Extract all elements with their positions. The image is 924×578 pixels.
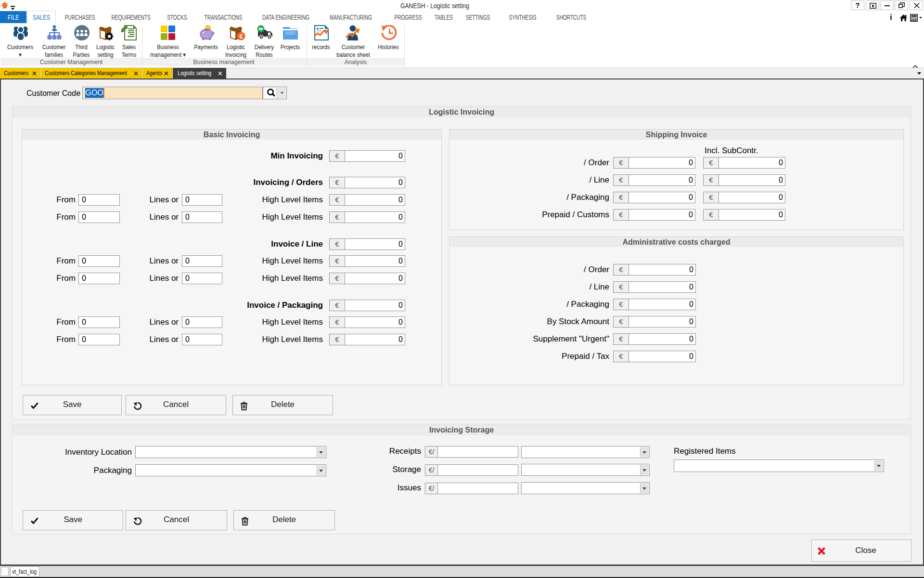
svg-text:€: € — [239, 33, 243, 40]
